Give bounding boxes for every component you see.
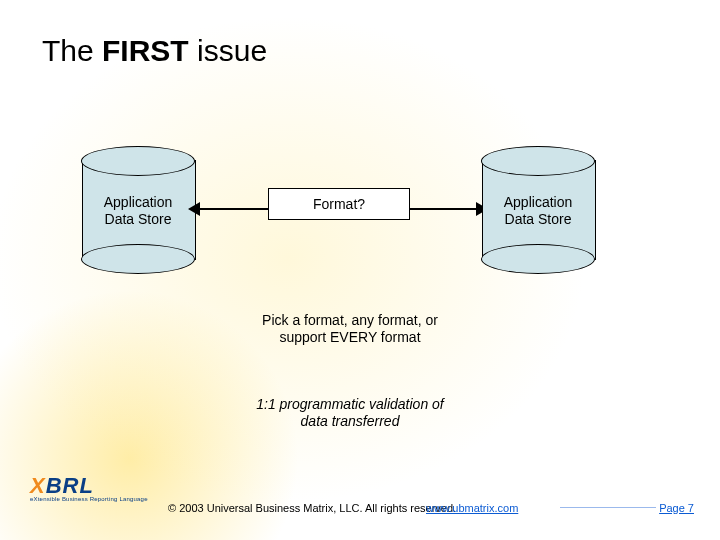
page-number[interactable]: Page 7	[659, 502, 694, 514]
logo-letter-x: X	[30, 473, 46, 498]
cylinder-left-top	[81, 146, 195, 176]
cylinder-left: Application Data Store	[82, 160, 194, 260]
xbrl-subtitle: eXtensible Business Reporting Language	[30, 496, 148, 502]
logo-letter-l: L	[79, 473, 93, 498]
cylinder-right-bottom	[481, 244, 595, 274]
cyl-left-l2: Data Store	[105, 211, 172, 227]
title-emph: FIRST	[102, 34, 189, 67]
cylinder-left-label: Application Data Store	[82, 194, 194, 228]
title-part-1: The	[42, 34, 102, 67]
caption-pick-format: Pick a format, any format, or support EV…	[250, 312, 450, 346]
logo-letter-b: B	[46, 473, 63, 498]
footer-link[interactable]: www.ubmatrix.com	[426, 502, 518, 514]
cyl-right-l1: Application	[504, 194, 573, 210]
slide-title: The FIRST issue	[42, 34, 267, 68]
cyl-right-l2: Data Store	[505, 211, 572, 227]
logo-letter-r: R	[63, 473, 80, 498]
cylinder-left-bottom	[81, 244, 195, 274]
title-part-2: issue	[189, 34, 267, 67]
cylinder-right-label: Application Data Store	[482, 194, 594, 228]
format-box: Format?	[268, 188, 410, 220]
xbrl-logo: XBRL eXtensible Business Reporting Langu…	[30, 473, 148, 502]
cylinder-right: Application Data Store	[482, 160, 594, 260]
copyright-text: © 2003 Universal Business Matrix, LLC. A…	[168, 502, 456, 514]
cylinder-right-top	[481, 146, 595, 176]
cyl-left-l1: Application	[104, 194, 173, 210]
footer-rule	[560, 507, 656, 508]
caption-validation: 1:1 programmatic validation of data tran…	[250, 396, 450, 430]
